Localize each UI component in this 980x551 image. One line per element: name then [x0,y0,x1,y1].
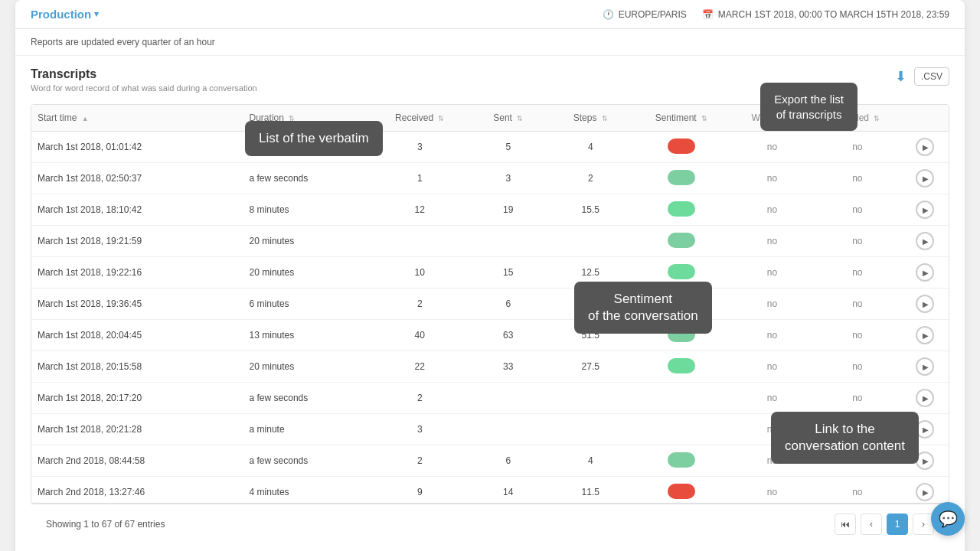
content-area: Transcripts Word for word record of what… [15,56,965,551]
cell-received: 22 [373,351,467,383]
cell-duration: a minute [243,414,373,445]
cell-play [901,132,949,163]
section-subtitle: Word for word record of what was said du… [31,83,257,93]
page-first-button[interactable]: ⏮ [835,514,856,535]
cell-play [901,383,949,414]
pagination: ⏮ ‹ 1 › [835,514,934,535]
play-button[interactable] [916,357,934,376]
cell-start-time: March 1st 2018, 19:21:59 [31,226,243,257]
date-range-section: 📅 MARCH 1ST 2018, 00:00 TO MARCH 15TH 20… [702,9,949,20]
cell-sentiment [632,477,731,504]
sentiment-badge [668,201,695,217]
cell-handled: no [813,226,901,257]
sort-sent-icon: ⇅ [517,115,523,122]
play-button[interactable] [916,420,934,439]
play-button[interactable] [916,483,934,501]
cell-sentiment [632,163,731,194]
table-row: March 2nd 2018, 08:44:58 a few seconds 2… [31,445,949,477]
cell-steps: 12.5 [550,257,632,289]
cell-handled: no [813,383,901,414]
cell-handled: no [813,320,901,351]
cell-start-time: March 1st 2018, 20:17:20 [31,383,243,414]
play-button[interactable] [916,232,934,250]
cell-steps: 11.5 [550,477,632,504]
cell-play [901,414,949,445]
cell-duration: 6 minutes [243,289,373,320]
cell-sent: 15 [467,257,550,289]
cell-steps [550,383,632,414]
cell-play [901,477,949,504]
production-dropdown[interactable]: Production [31,8,99,21]
table-row: March 1st 2018, 18:10:42 8 minutes 12 19… [31,194,949,226]
cell-steps: 51.5 [550,320,632,351]
cell-sentiment [632,194,731,226]
notice-bar: Reports are updated every quarter of an … [15,29,965,56]
play-button[interactable] [916,263,934,282]
cell-duration: 8 minutes [243,194,373,226]
cell-waiting: no [731,163,814,194]
sort-steps-icon: ⇅ [602,115,608,122]
cell-sent: 5 [467,132,550,163]
play-button[interactable] [916,295,934,313]
play-button[interactable] [916,201,934,219]
transcripts-table-container: Start time ▲ Duration ⇅ Received ⇅ [31,104,949,504]
export-csv-button[interactable]: .CSV [914,67,949,86]
cell-start-time: March 2nd 2018, 08:44:58 [31,445,243,477]
cell-waiting: no [731,414,814,445]
play-button[interactable] [916,138,934,156]
cell-sent: 19 [467,194,550,226]
showing-entries-label: Showing 1 to 67 of 67 entries [46,519,165,530]
transcripts-table: Start time ▲ Duration ⇅ Received ⇅ [31,105,949,503]
cell-received: 2 [373,289,467,320]
table-footer: Showing 1 to 67 of 67 entries ⏮ ‹ 1 › [31,504,949,544]
cell-duration: a few seconds [243,445,373,477]
cell-sentiment [632,257,731,289]
sentiment-badge [668,264,695,279]
cell-received: 9 [373,477,467,504]
timezone-label: EUROPE/PARIS [619,9,687,20]
cell-waiting: no [731,226,814,257]
cell-handled: no [813,477,901,504]
cell-sentiment [632,351,731,383]
cell-duration: 20 minutes [243,226,373,257]
col-sentiment[interactable]: Sentiment ⇅ [632,105,731,132]
sentiment-badge [668,170,695,185]
cell-sentiment [632,226,731,257]
table-row: March 1st 2018, 20:04:45 13 minutes 40 6… [31,320,949,351]
cell-play [901,289,949,320]
table-row: March 1st 2018, 02:50:37 a few seconds 1… [31,163,949,194]
export-area: ⬇ .CSV [895,67,949,86]
play-button[interactable] [916,389,934,407]
play-button[interactable] [916,452,934,470]
table-scroll[interactable]: Start time ▲ Duration ⇅ Received ⇅ [31,105,949,503]
col-sent[interactable]: Sent ⇅ [467,105,550,132]
col-duration[interactable]: Duration ⇅ [243,105,373,132]
play-button[interactable] [916,169,934,187]
cell-sentiment [632,320,731,351]
sort-waiting-icon: ⇅ [786,115,792,122]
cell-play [901,226,949,257]
chat-widget-button[interactable]: 💬 [931,502,965,536]
table-row: March 1st 2018, 01:01:42 a minute 3 5 4 … [31,132,949,163]
col-received[interactable]: Received ⇅ [373,105,467,132]
cell-sent [467,414,550,445]
cell-handled: no [813,445,901,477]
cell-play [901,257,949,289]
col-steps[interactable]: Steps ⇅ [550,105,632,132]
page-prev-button[interactable]: ‹ [861,514,882,535]
cell-play [901,445,949,477]
cell-waiting: no [731,320,814,351]
col-start-time[interactable]: Start time ▲ [31,105,243,132]
page-1-button[interactable]: 1 [887,514,908,535]
cell-waiting: no [731,132,814,163]
col-handled[interactable]: Handled ⇅ [813,105,901,132]
play-button[interactable] [916,326,934,344]
cell-received: 2 [373,445,467,477]
export-download-button[interactable]: ⬇ [895,68,906,85]
cell-steps [550,226,632,257]
col-waiting[interactable]: Waiting ⇅ [731,105,814,132]
timezone-section: 🕐 EUROPE/PARIS [603,9,687,20]
sort-handled-icon: ⇅ [874,115,880,122]
sentiment-badge [668,358,695,373]
cell-handled: no [813,194,901,226]
